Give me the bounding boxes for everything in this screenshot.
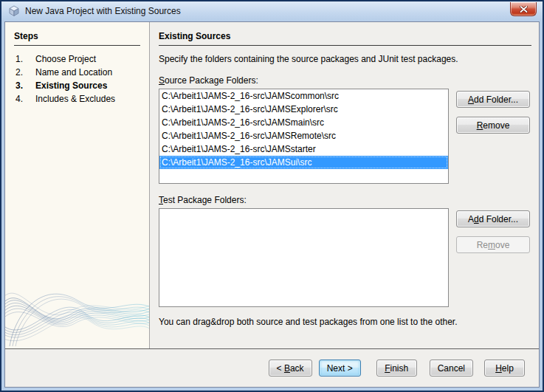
source-folder-item[interactable]: C:\Arbeit1\JAMS-2_16-src\JAMSstarter bbox=[159, 142, 448, 156]
close-button[interactable] bbox=[510, 2, 537, 16]
step-includes-excludes: 4. Includes & Excludes bbox=[5, 93, 149, 106]
netbeans-cube-icon bbox=[8, 5, 20, 17]
steps-list: 1. Choose Project 2. Name and Location 3… bbox=[5, 53, 149, 106]
step-name-and-location: 2. Name and Location bbox=[5, 66, 149, 80]
source-folder-item[interactable]: C:\Arbeit1\JAMS-2_16-src\JAMSRemote\src bbox=[159, 129, 448, 142]
source-folders-label: Source Package Folders: bbox=[159, 75, 531, 86]
test-add-folder-button[interactable]: Add Folder... bbox=[456, 210, 530, 227]
source-folder-item-selected[interactable]: C:\Arbeit1\JAMS-2_16-src\JAMSui\src bbox=[159, 156, 448, 169]
dialog-content: Steps 1. Choose Project 2. Name and Loca… bbox=[4, 21, 540, 388]
source-remove-button[interactable]: Remove bbox=[456, 117, 530, 134]
step-label: Name and Location bbox=[35, 67, 112, 78]
page-description: Specify the folders containing the sourc… bbox=[159, 54, 531, 64]
title-bar[interactable]: New Java Project with Existing Sources bbox=[1, 1, 543, 21]
source-add-folder-button[interactable]: Add Folder... bbox=[456, 91, 530, 108]
next-button[interactable]: Next > bbox=[319, 360, 361, 376]
drag-drop-note: You can drag&drop both source and test p… bbox=[159, 317, 531, 327]
test-list-buttons: Add Folder... Remove bbox=[449, 208, 531, 253]
step-choose-project: 1. Choose Project bbox=[5, 53, 149, 66]
main-panel: Existing Sources Specify the folders con… bbox=[150, 22, 539, 348]
close-icon bbox=[520, 4, 528, 15]
test-folders-list[interactable] bbox=[159, 208, 449, 307]
dialog-window: New Java Project with Existing Sources S… bbox=[0, 0, 544, 392]
source-folder-item[interactable]: C:\Arbeit1\JAMS-2_16-src\JAMScommon\src bbox=[159, 89, 448, 103]
source-folder-item[interactable]: C:\Arbeit1\JAMS-2_16-src\JAMSmain\src bbox=[159, 116, 448, 129]
test-folders-row: Add Folder... Remove bbox=[159, 208, 531, 307]
steps-header: Steps bbox=[14, 31, 140, 46]
wizard-footer: < Back Next > Finish Cancel Help bbox=[5, 349, 539, 387]
step-label: Choose Project bbox=[35, 54, 96, 65]
cancel-button[interactable]: Cancel bbox=[430, 360, 473, 376]
test-remove-button[interactable]: Remove bbox=[456, 236, 530, 253]
back-button[interactable]: < Back bbox=[269, 360, 312, 376]
finish-button[interactable]: Finish bbox=[376, 360, 417, 376]
step-label: Existing Sources bbox=[35, 80, 107, 92]
steps-sidebar: Steps 1. Choose Project 2. Name and Loca… bbox=[5, 22, 150, 348]
help-button[interactable]: Help bbox=[484, 360, 525, 376]
source-list-buttons: Add Folder... Remove bbox=[449, 89, 531, 134]
step-existing-sources: 3. Existing Sources bbox=[5, 80, 149, 93]
window-title: New Java Project with Existing Sources bbox=[25, 6, 181, 16]
test-folders-label: Test Package Folders: bbox=[159, 195, 531, 205]
wizard-body: Steps 1. Choose Project 2. Name and Loca… bbox=[5, 22, 539, 349]
step-label: Includes & Excludes bbox=[35, 94, 115, 105]
page-title: Existing Sources bbox=[159, 31, 531, 46]
wave-decoration-graphic bbox=[5, 276, 150, 348]
source-folders-row: C:\Arbeit1\JAMS-2_16-src\JAMScommon\src … bbox=[159, 89, 531, 184]
source-folder-item[interactable]: C:\Arbeit1\JAMS-2_16-src\JAMSExplorer\sr… bbox=[159, 103, 448, 116]
source-folders-list[interactable]: C:\Arbeit1\JAMS-2_16-src\JAMScommon\src … bbox=[159, 89, 449, 184]
